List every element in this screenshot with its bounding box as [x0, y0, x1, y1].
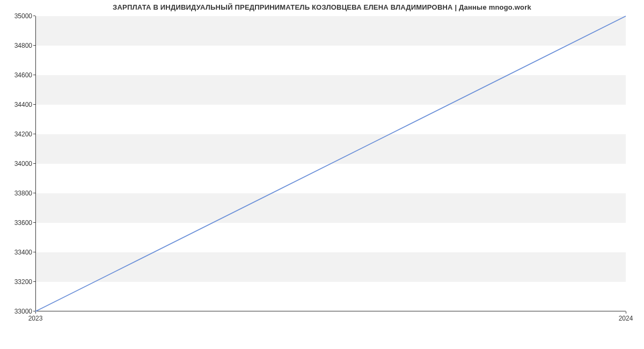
- y-tick-label: 33800: [3, 190, 32, 197]
- chart-container: ЗАРПЛАТА В ИНДИВИДУАЛЬНЫЙ ПРЕДПРИНИМАТЕЛ…: [0, 0, 644, 349]
- y-tick-label: 33200: [3, 279, 32, 285]
- y-tick-label: 33400: [3, 249, 32, 256]
- series-line-salary: [35, 16, 626, 311]
- chart-title: ЗАРПЛАТА В ИНДИВИДУАЛЬНЫЙ ПРЕДПРИНИМАТЕЛ…: [0, 3, 644, 11]
- x-tick-label: 2023: [28, 315, 43, 322]
- y-tick-label: 34600: [3, 72, 32, 78]
- x-tick-mark: [626, 311, 626, 314]
- line-layer: [35, 16, 626, 311]
- y-tick-label: 34000: [3, 161, 32, 167]
- x-tick-label: 2024: [619, 315, 633, 322]
- y-tick-label: 34400: [3, 101, 32, 108]
- y-tick-label: 33000: [3, 308, 32, 315]
- plot-area: [35, 16, 626, 311]
- y-tick-label: 35000: [3, 13, 32, 19]
- y-tick-label: 34800: [3, 42, 32, 49]
- y-tick-label: 34200: [3, 131, 32, 137]
- y-tick-label: 33600: [3, 220, 32, 226]
